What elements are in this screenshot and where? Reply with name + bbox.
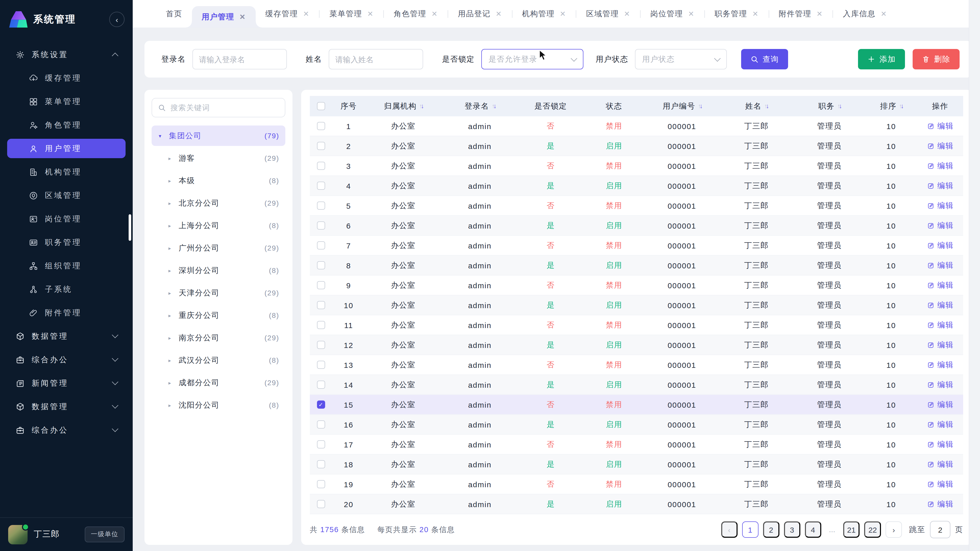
tab-duty-management[interactable]: 职务管理✕ [705, 0, 768, 27]
tree-caret-collapsed-icon[interactable]: ▸ [169, 268, 179, 273]
page-button-4[interactable]: 4 [805, 521, 821, 538]
tab-inbound-info[interactable]: 入库信息✕ [833, 0, 897, 27]
row-checkbox[interactable] [317, 480, 325, 488]
edit-link[interactable]: 编辑 [927, 420, 954, 429]
tree-node-nanjing-branch[interactable]: ▸南京分公司(29) [151, 327, 285, 348]
tab-close-icon[interactable]: ✕ [303, 10, 309, 17]
edit-link[interactable]: 编辑 [927, 241, 954, 250]
tab-role-management[interactable]: 角色管理✕ [384, 0, 447, 27]
sidebar-item-role-management[interactable]: 角色管理 [7, 115, 126, 135]
row-checkbox[interactable] [317, 321, 325, 329]
sidebar-collapse-button[interactable]: ‹ [109, 12, 124, 27]
edit-link[interactable]: 编辑 [927, 221, 954, 230]
row-checkbox[interactable] [317, 241, 325, 249]
page-button-2[interactable]: 2 [763, 521, 779, 538]
tree-caret-expanded-icon[interactable]: ▾ [159, 133, 169, 138]
edit-link[interactable]: 编辑 [927, 400, 954, 410]
query-button[interactable]: 查询 [741, 49, 788, 69]
tree-caret-collapsed-icon[interactable]: ▸ [169, 335, 179, 341]
sort-icon[interactable]: ↑↓ [837, 103, 841, 110]
sort-icon[interactable]: ↑↓ [698, 103, 701, 110]
page-button-1[interactable]: 1 [742, 521, 758, 538]
tree-node-guangzhou-branch[interactable]: ▸广州分公司(29) [151, 238, 285, 258]
tree-caret-collapsed-icon[interactable]: ▸ [169, 290, 179, 295]
page-button-3[interactable]: 3 [784, 521, 800, 538]
row-checkbox[interactable] [317, 202, 325, 210]
window-scrollbar[interactable] [969, 0, 980, 551]
delete-button[interactable]: 删除 [913, 49, 959, 69]
column-header[interactable]: 排序↑↓ [865, 101, 917, 111]
sidebar-item-attachment-management[interactable]: 附件管理 [7, 303, 126, 322]
tree-node-chongqing-branch[interactable]: ▸重庆分公司(8) [151, 305, 285, 326]
sidebar-item-organization-management[interactable]: 组织管理 [7, 256, 126, 275]
edit-link[interactable]: 编辑 [927, 161, 954, 171]
edit-link[interactable]: 编辑 [927, 360, 954, 370]
sidebar-item-system-settings[interactable]: 系统设置 [7, 45, 126, 64]
sidebar-item-general-office[interactable]: 综合办公 [7, 350, 126, 369]
tab-close-icon[interactable]: ✕ [560, 10, 566, 17]
sidebar-item-user-management[interactable]: 用户管理 [7, 139, 126, 158]
tab-attachment-management[interactable]: 附件管理✕ [769, 0, 832, 27]
name-input[interactable] [329, 49, 423, 69]
sidebar-item-region-management[interactable]: 区域管理 [7, 186, 126, 205]
sidebar-item-news-management[interactable]: 新闻管理 [7, 373, 126, 393]
row-checkbox[interactable] [317, 381, 325, 389]
row-checkbox[interactable] [317, 361, 325, 369]
tab-close-icon[interactable]: ✕ [881, 10, 887, 17]
edit-link[interactable]: 编辑 [927, 340, 954, 350]
tree-node-chengdu-branch[interactable]: ▸成都分公司(29) [151, 372, 285, 393]
locked-select[interactable]: 是否允许登录 [481, 49, 584, 69]
prev-page-button[interactable]: ‹ [721, 521, 737, 538]
tab-user-management[interactable]: 用户管理✕ [192, 6, 256, 27]
tree-node-shenzhen-branch[interactable]: ▸深圳分公司(8) [151, 260, 285, 281]
edit-link[interactable]: 编辑 [927, 121, 954, 131]
sidebar-item-general-office-2[interactable]: 综合办公 [7, 421, 126, 440]
tab-close-icon[interactable]: ✕ [431, 10, 438, 17]
tree-caret-collapsed-icon[interactable]: ▸ [169, 200, 179, 206]
tab-post-management[interactable]: 岗位管理✕ [641, 0, 704, 27]
sidebar-scrollbar-thumb[interactable] [129, 214, 131, 241]
tree-caret-collapsed-icon[interactable]: ▸ [169, 313, 179, 318]
edit-link[interactable]: 编辑 [927, 141, 954, 151]
row-checkbox[interactable] [317, 500, 325, 508]
tree-node-shanghai-branch[interactable]: ▸上海分公司(8) [151, 215, 285, 236]
sort-icon[interactable]: ↑↓ [899, 103, 902, 110]
tree-search-input[interactable] [170, 103, 279, 112]
tab-close-icon[interactable]: ✕ [752, 10, 759, 17]
edit-link[interactable]: 编辑 [927, 380, 954, 389]
tab-supplies-register[interactable]: 用品登记✕ [448, 0, 512, 27]
login-name-input[interactable] [192, 49, 287, 69]
sidebar-item-cache-management[interactable]: 缓存管理 [7, 68, 126, 88]
row-checkbox[interactable] [317, 440, 325, 448]
edit-link[interactable]: 编辑 [927, 440, 954, 449]
tab-region-management[interactable]: 区域管理✕ [576, 0, 640, 27]
row-checkbox[interactable] [317, 261, 325, 269]
row-checkbox[interactable] [317, 421, 325, 429]
column-header[interactable]: 职务↑↓ [794, 101, 865, 111]
tree-caret-collapsed-icon[interactable]: ▸ [169, 178, 179, 183]
row-checkbox[interactable] [317, 221, 325, 230]
row-checkbox[interactable] [317, 162, 325, 170]
tab-close-icon[interactable]: ✕ [816, 10, 823, 17]
sidebar-item-duty-management[interactable]: 职务管理 [7, 233, 126, 252]
tree-caret-collapsed-icon[interactable]: ▸ [169, 402, 179, 408]
next-page-button[interactable]: › [886, 521, 902, 538]
jump-page-input[interactable] [930, 521, 950, 538]
sidebar-item-post-management[interactable]: 岗位管理 [7, 209, 126, 229]
edit-link[interactable]: 编辑 [927, 201, 954, 210]
tab-close-icon[interactable]: ✕ [496, 10, 502, 17]
column-header[interactable]: 姓名↑↓ [719, 101, 794, 111]
tree-node-shenyang-branch[interactable]: ▸沈阳分公司(8) [151, 395, 285, 415]
sidebar-item-subsystem[interactable]: 子系统 [7, 279, 126, 299]
row-checkbox[interactable] [317, 122, 325, 130]
edit-link[interactable]: 编辑 [927, 260, 954, 270]
tree-node-wuhan-branch[interactable]: ▸武汉分公司(8) [151, 350, 285, 370]
edit-link[interactable]: 编辑 [927, 479, 954, 489]
select-all-checkbox[interactable] [317, 102, 325, 110]
tab-org-management[interactable]: 机构管理✕ [512, 0, 576, 27]
edit-link[interactable]: 编辑 [927, 280, 954, 290]
tree-node-current-level[interactable]: ▸本级(8) [151, 170, 285, 191]
tab-close-icon[interactable]: ✕ [367, 10, 374, 17]
row-checkbox[interactable] [317, 301, 325, 309]
tree-node-beijing-branch[interactable]: ▸北京分公司(29) [151, 193, 285, 213]
